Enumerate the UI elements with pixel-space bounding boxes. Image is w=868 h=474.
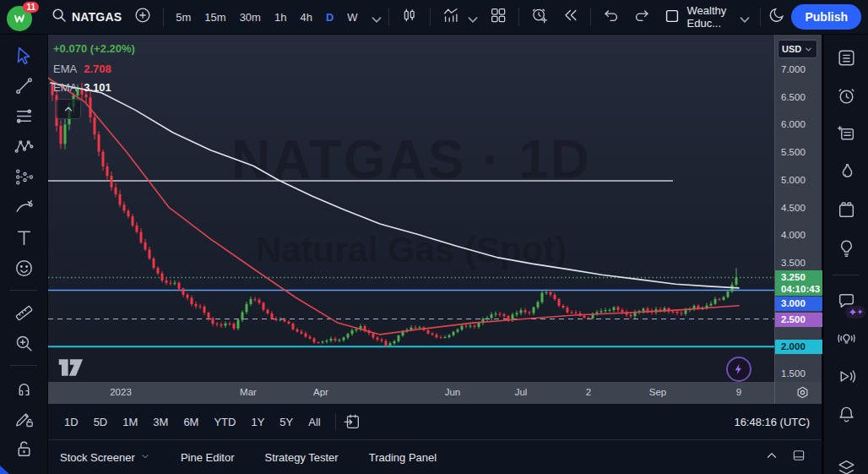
boost-lightning-button[interactable] <box>726 357 751 382</box>
interval-5m[interactable]: 5m <box>169 7 198 28</box>
layout-grid-button[interactable] <box>483 4 513 30</box>
trend-line-icon[interactable] <box>9 72 38 99</box>
candlestick-chart[interactable] <box>48 34 774 382</box>
price-label: 3.000 <box>775 297 822 311</box>
bar-replay-icon <box>561 6 579 28</box>
symbol-name: NATGAS <box>72 10 122 24</box>
interval-1h[interactable]: 1h <box>268 7 293 28</box>
ai-chat-icon[interactable]: ✦✦ <box>832 284 860 316</box>
interval-D[interactable]: D <box>319 7 340 28</box>
redo-button[interactable] <box>627 4 657 30</box>
price-scale[interactable]: USD 7.0006.5006.0005.5005.0004.5004.0003… <box>774 34 822 382</box>
range-6m[interactable]: 6M <box>176 411 206 433</box>
legend-collapse-button[interactable] <box>56 99 81 119</box>
ema-value: 2.708 <box>84 63 111 75</box>
tradingview-logo[interactable] <box>57 357 86 381</box>
price-change-readout: +0.070 (+2.20%) <box>53 42 135 55</box>
ruler-icon[interactable] <box>9 299 38 326</box>
watchlist-icon[interactable] <box>832 41 860 74</box>
range-1d[interactable]: 1D <box>57 411 86 433</box>
indicators-button[interactable] <box>436 4 483 30</box>
undo-button[interactable] <box>596 4 627 30</box>
divider <box>10 290 37 291</box>
text-icon[interactable] <box>9 224 38 251</box>
axis-settings-gear-icon[interactable] <box>795 384 811 404</box>
theme-toggle-button[interactable] <box>766 4 788 30</box>
bottom-panel-bar: Stock ScreenerPine EditorStrategy Tester… <box>48 440 822 474</box>
time-tick: 2 <box>586 387 591 397</box>
lock-drawings-icon[interactable] <box>9 435 38 462</box>
object-tree-layers-icon[interactable] <box>832 451 860 474</box>
range-all[interactable]: All <box>301 411 328 433</box>
create-alert-button[interactable] <box>524 4 555 30</box>
xabcd-pattern-icon[interactable] <box>9 133 38 160</box>
chevron-down-icon <box>804 45 813 54</box>
symbol-search-button[interactable]: NATGAS <box>44 4 127 30</box>
bar-replay-button[interactable] <box>555 4 585 30</box>
price-tick: 7.000 <box>781 64 806 74</box>
publish-button[interactable]: Publish <box>791 4 861 30</box>
go-to-date-button[interactable] <box>343 412 361 431</box>
chart-area[interactable]: NATGAS · 1D Natural Gas (Spot) +0.070 (+… <box>48 34 774 382</box>
time-axis[interactable]: 2023MarAprJunJul2Sep9 <box>48 382 822 404</box>
interval-15m[interactable]: 15m <box>198 7 232 28</box>
brush-icon[interactable] <box>9 193 38 221</box>
notes-plus-icon[interactable] <box>832 117 860 150</box>
time-tick: Mar <box>240 387 257 397</box>
hide-drawings-icon[interactable] <box>9 466 38 474</box>
alerts-clock-icon[interactable] <box>832 79 860 112</box>
zoom-in-icon[interactable] <box>9 330 38 357</box>
tab-trading-panel[interactable]: Trading Panel <box>369 451 437 464</box>
currency-select[interactable]: USD <box>778 40 817 58</box>
live-ideas-icon[interactable] <box>832 322 860 354</box>
calendar-icon[interactable] <box>832 193 860 226</box>
emoji-icon[interactable] <box>9 254 38 281</box>
layout-select[interactable]: Wealthy Educ... <box>657 4 756 30</box>
add-symbol-button[interactable] <box>127 4 158 30</box>
tab-stock-screener[interactable]: Stock Screener <box>60 451 150 464</box>
streams-play-icon[interactable] <box>832 360 860 392</box>
price-tick: 4.000 <box>781 230 806 240</box>
time-tick: 2023 <box>110 387 132 397</box>
ema-legend-row[interactable]: EMA 3.101 <box>53 81 135 94</box>
bar-close-countdown: 04:10:43 <box>781 283 822 295</box>
time-tick: Jul <box>515 387 528 397</box>
panel-expand-caret-icon[interactable] <box>764 448 779 466</box>
ai-sparkle-icon: ✦✦ <box>845 306 865 319</box>
range-3m[interactable]: 3M <box>145 411 176 433</box>
ideas-bulb-icon[interactable] <box>832 232 860 264</box>
range-1m[interactable]: 1M <box>115 411 145 433</box>
candlestick-style-icon <box>400 6 419 28</box>
chart-legend: +0.070 (+2.20%) EMA 2.708 EMA 3.101 <box>53 42 135 100</box>
theme-moon-icon <box>768 6 786 28</box>
cursor-icon[interactable] <box>9 41 38 68</box>
interval-W[interactable]: W <box>340 7 364 28</box>
magnet-icon[interactable] <box>9 374 38 401</box>
range-5d[interactable]: 5D <box>86 411 116 433</box>
range-5y[interactable]: 5Y <box>272 411 301 433</box>
ema-label: EMA <box>53 81 77 94</box>
tab-strategy-tester[interactable]: Strategy Tester <box>264 451 338 464</box>
divider <box>518 8 519 26</box>
notifications-bell-icon[interactable] <box>832 398 860 430</box>
ema-legend-row[interactable]: EMA 2.708 <box>53 63 135 75</box>
panel-restore-icon[interactable] <box>791 448 806 466</box>
drawing-mode-lock-icon[interactable] <box>9 405 38 432</box>
price-label: 2.500 <box>775 313 822 327</box>
hotlists-flame-icon[interactable] <box>832 155 860 188</box>
price-tick: 6.500 <box>781 92 806 102</box>
interval-30m[interactable]: 30m <box>233 7 268 28</box>
chart-style-button[interactable] <box>394 4 425 30</box>
forecast-icon[interactable] <box>9 163 38 190</box>
interval-4h[interactable]: 4h <box>293 7 318 28</box>
redo-icon <box>632 6 651 28</box>
clock-utc[interactable]: 16:48:16 (UTC) <box>734 416 813 428</box>
range-ytd[interactable]: YTD <box>206 411 243 433</box>
chevron-down-icon[interactable] <box>464 10 477 24</box>
interval-menu-button[interactable] <box>365 4 383 30</box>
app-logo[interactable]: 11 <box>7 3 35 31</box>
fib-retracement-icon[interactable] <box>9 102 38 129</box>
time-tick: Jun <box>445 387 461 397</box>
range-1y[interactable]: 1Y <box>243 411 272 433</box>
tab-pine-editor[interactable]: Pine Editor <box>181 451 235 464</box>
